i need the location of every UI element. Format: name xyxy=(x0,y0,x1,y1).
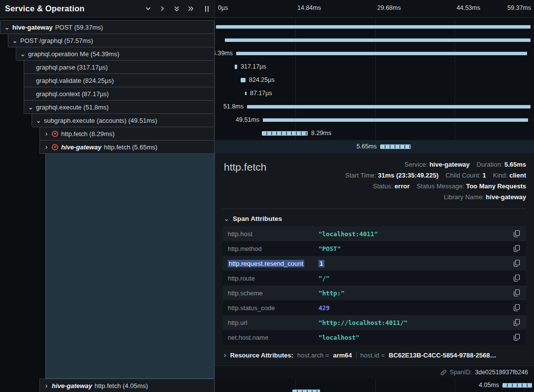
span-attributes-title: Span Attributes xyxy=(233,215,282,222)
chevron-right-icon[interactable]: › xyxy=(43,382,50,390)
attribute-value[interactable]: "POST" xyxy=(319,245,511,252)
copy-icon[interactable] xyxy=(511,258,522,269)
chevron-down-icon[interactable] xyxy=(143,4,153,14)
tree-row[interactable]: ⌄ hive-gateway POST (59.37ms) xyxy=(0,20,214,34)
panel-title: Service & Operation xyxy=(5,4,139,13)
attributes-table: http.host "localhost:4011" http.method "… xyxy=(223,226,526,345)
chevron-down-icon[interactable]: ⌄ xyxy=(35,116,42,124)
error-status-icon xyxy=(52,144,58,150)
resource-attr-key: host.id = xyxy=(360,352,385,359)
chevron-right-icon: › xyxy=(224,351,226,359)
attribute-key[interactable]: http.request.resend_count xyxy=(228,260,319,267)
service-name: hive-gateway xyxy=(61,143,102,151)
resource-attributes-title: Resource Attributes: xyxy=(230,352,293,359)
tree-row[interactable]: ⌄ graphql.execute (51.8ms) xyxy=(24,100,214,114)
timeline-header: 0µs14.84ms29.68ms44.53ms59.37ms xyxy=(215,0,534,18)
copy-icon[interactable] xyxy=(511,332,522,343)
attribute-key[interactable]: net.host.name xyxy=(228,334,319,341)
tree-row[interactable]: ⌄ POST /graphql (57.57ms) xyxy=(8,34,214,47)
attribute-value[interactable]: "http:" xyxy=(319,289,511,297)
span-id-bar: SpanID: 3de02518937fb246 xyxy=(215,365,534,379)
operation-label: graphql.parse (317.17µs) xyxy=(36,64,108,71)
attribute-key[interactable]: http.url xyxy=(228,319,319,326)
attribute-key[interactable]: http.scheme xyxy=(228,289,319,297)
meta-value: hive-gateway xyxy=(429,161,470,168)
operation-label: subgraph.execute (accounts) (49.51ms) xyxy=(44,117,157,124)
detail-meta-line: Library Name: hive-gateway xyxy=(223,192,526,203)
tree-row[interactable]: ⌄ subgraph.execute (accounts) (49.51ms) xyxy=(32,113,214,127)
meta-value: 5.65ms xyxy=(504,161,526,168)
time-tick: 44.53ms xyxy=(457,4,480,11)
service-name: hive-gateway xyxy=(12,24,53,31)
chevron-down-icon[interactable]: ⌄ xyxy=(3,23,10,31)
attribute-row: http.request.resend_count 1 xyxy=(223,256,526,271)
copy-icon[interactable] xyxy=(511,243,522,254)
span-id-label: SpanID: xyxy=(450,369,472,376)
copy-icon[interactable] xyxy=(511,302,522,313)
attribute-key[interactable]: http.status_code xyxy=(228,304,319,312)
attribute-row: http.host "localhost:4011" xyxy=(223,226,526,241)
meta-label: Status Message: xyxy=(417,182,466,190)
attribute-value[interactable]: "localhost" xyxy=(319,334,511,341)
chevron-right-icon[interactable] xyxy=(157,4,167,14)
attribute-key[interactable]: http.method xyxy=(228,245,319,252)
expand-all-icon[interactable] xyxy=(186,4,196,14)
attribute-row: http.route "/" xyxy=(223,271,526,285)
meta-label: Child Count: xyxy=(445,172,482,179)
error-status-icon xyxy=(52,131,58,137)
operation-label: graphql.execute (51.8ms) xyxy=(36,104,108,111)
meta-label: Start Time: xyxy=(345,172,378,179)
chevron-down-icon[interactable]: ⌄ xyxy=(19,50,26,58)
time-tick: 14.84ms xyxy=(297,4,321,11)
tree-header: Service & Operation xyxy=(0,0,214,18)
span-id-value: 3de02518937fb246 xyxy=(475,369,528,376)
operation-label: graphql.context (87.17µs) xyxy=(36,90,109,98)
tree-row[interactable]: graphql.parse (317.17µs) xyxy=(24,60,214,74)
meta-value: client xyxy=(509,172,526,179)
tree-row[interactable]: › hive-gateway http.fetch (4.05ms) xyxy=(39,379,214,392)
attribute-value[interactable]: "localhost:4011" xyxy=(319,230,511,238)
chevron-right-icon[interactable]: › xyxy=(43,130,50,138)
operation-label: graphql.operation Me (54.39ms) xyxy=(28,50,119,58)
attribute-row: http.url "http://localhost:4011/" xyxy=(223,315,526,330)
attribute-key[interactable]: http.host xyxy=(228,230,319,238)
chevron-right-icon[interactable]: › xyxy=(43,143,50,151)
span-detail-panel: http.fetch Service: hive-gatewayDuration… xyxy=(214,153,534,379)
tree-row[interactable]: ⌄ graphql.operation Me (54.39ms) xyxy=(16,47,214,61)
attribute-value[interactable]: 429 xyxy=(319,304,511,312)
link-icon[interactable] xyxy=(440,369,447,376)
tree-row[interactable]: › http.fetch (8.29ms) xyxy=(39,127,214,141)
detail-meta: Service: hive-gatewayDuration: 5.65msSta… xyxy=(223,157,526,203)
copy-icon[interactable] xyxy=(511,287,522,298)
attribute-value[interactable]: "http://localhost:4011/" xyxy=(319,319,511,326)
attribute-value[interactable]: "/" xyxy=(319,275,511,282)
attribute-row: net.host.name "localhost" xyxy=(223,330,526,345)
meta-label: Library Name: xyxy=(444,193,486,201)
copy-icon[interactable] xyxy=(511,273,522,284)
attribute-row: http.method "POST" xyxy=(223,241,526,256)
meta-value: Too Many Requests xyxy=(466,182,526,190)
attribute-value[interactable]: 1 xyxy=(319,260,511,267)
chevron-down-icon[interactable]: ⌄ xyxy=(27,103,34,111)
span-attributes-header[interactable]: ⌄ Span Attributes xyxy=(215,209,534,226)
meta-label: Status: xyxy=(373,182,394,190)
span-title: http.fetch xyxy=(224,161,266,173)
meta-label: Duration: xyxy=(477,161,504,168)
copy-icon[interactable] xyxy=(511,228,522,239)
attribute-row: http.status_code 429 xyxy=(223,300,526,315)
tree-row[interactable]: graphql.context (87.17µs) xyxy=(24,87,214,101)
resize-handle[interactable] xyxy=(202,4,212,14)
time-tick: 29.68ms xyxy=(377,4,401,11)
tree-row[interactable]: graphql.validate (824.25µs) xyxy=(24,73,214,87)
resource-attributes-row[interactable]: › Resource Attributes: host.arch = arm64… xyxy=(224,351,525,359)
attribute-key[interactable]: http.route xyxy=(228,275,319,282)
collapse-all-icon[interactable] xyxy=(172,4,181,14)
meta-value: error xyxy=(394,182,409,190)
detail-meta-line: Status: errorStatus Message: Too Many Re… xyxy=(223,181,526,192)
tree-row[interactable]: › hive-gateway http.fetch (5.65ms) xyxy=(39,140,214,154)
chevron-down-icon[interactable]: ⌄ xyxy=(11,36,18,44)
operation-label: http.fetch (8.29ms) xyxy=(61,130,114,138)
copy-icon[interactable] xyxy=(511,317,522,328)
time-tick: 59.37ms xyxy=(507,4,531,11)
detail-head: http.fetch Service: hive-gatewayDuration… xyxy=(215,153,534,203)
